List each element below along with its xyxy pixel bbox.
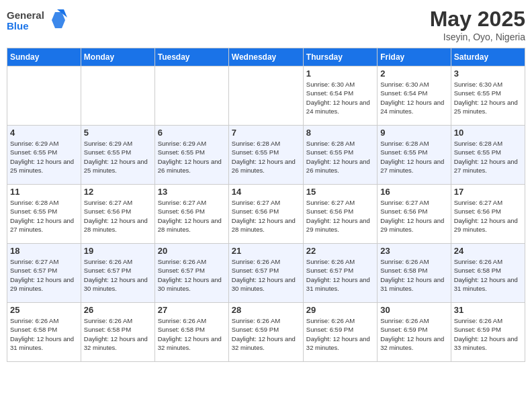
calendar-day-cell <box>154 66 228 126</box>
day-number: 22 <box>306 246 374 256</box>
day-info: Sunrise: 6:26 AM Sunset: 6:58 PM Dayligh… <box>158 316 226 352</box>
day-info: Sunrise: 6:26 AM Sunset: 6:57 PM Dayligh… <box>232 257 300 293</box>
day-number: 19 <box>84 246 152 256</box>
svg-marker-2 <box>52 12 65 28</box>
header-wednesday: Wednesday <box>228 48 303 66</box>
day-info: Sunrise: 6:27 AM Sunset: 6:57 PM Dayligh… <box>10 257 78 293</box>
day-number: 18 <box>10 246 78 256</box>
header-sunday: Sunday <box>7 48 81 66</box>
calendar-header-row: Sunday Monday Tuesday Wednesday Thursday… <box>7 48 525 66</box>
calendar-day-cell: 17Sunrise: 6:27 AM Sunset: 6:56 PM Dayli… <box>451 185 525 244</box>
header-thursday: Thursday <box>303 48 377 66</box>
calendar-day-cell: 30Sunrise: 6:26 AM Sunset: 6:59 PM Dayli… <box>378 303 451 362</box>
day-info: Sunrise: 6:28 AM Sunset: 6:55 PM Dayligh… <box>10 198 78 234</box>
calendar-day-cell: 19Sunrise: 6:26 AM Sunset: 6:57 PM Dayli… <box>81 244 154 303</box>
day-info: Sunrise: 6:26 AM Sunset: 6:58 PM Dayligh… <box>84 316 152 352</box>
calendar-day-cell <box>81 66 154 126</box>
day-info: Sunrise: 6:26 AM Sunset: 6:58 PM Dayligh… <box>454 257 522 293</box>
day-number: 7 <box>232 128 300 138</box>
day-number: 8 <box>306 128 374 138</box>
day-info: Sunrise: 6:28 AM Sunset: 6:55 PM Dayligh… <box>380 139 447 175</box>
day-info: Sunrise: 6:30 AM Sunset: 6:54 PM Dayligh… <box>380 80 447 116</box>
calendar-week-row: 4Sunrise: 6:29 AM Sunset: 6:55 PM Daylig… <box>7 126 525 185</box>
day-info: Sunrise: 6:26 AM Sunset: 6:59 PM Dayligh… <box>306 316 374 352</box>
day-info: Sunrise: 6:27 AM Sunset: 6:56 PM Dayligh… <box>454 198 522 234</box>
calendar-week-row: 25Sunrise: 6:26 AM Sunset: 6:58 PM Dayli… <box>7 303 525 362</box>
day-number: 9 <box>380 128 447 138</box>
calendar-week-row: 18Sunrise: 6:27 AM Sunset: 6:57 PM Dayli… <box>7 244 525 303</box>
svg-text:Blue: Blue <box>7 20 29 32</box>
header-tuesday: Tuesday <box>154 48 228 66</box>
day-number: 23 <box>380 246 447 256</box>
calendar-day-cell: 14Sunrise: 6:27 AM Sunset: 6:56 PM Dayli… <box>228 185 303 244</box>
header-saturday: Saturday <box>451 48 525 66</box>
calendar-day-cell: 10Sunrise: 6:28 AM Sunset: 6:55 PM Dayli… <box>451 126 525 185</box>
day-number: 24 <box>454 246 522 256</box>
day-number: 17 <box>454 187 522 197</box>
calendar-day-cell: 7Sunrise: 6:28 AM Sunset: 6:55 PM Daylig… <box>228 126 303 185</box>
day-info: Sunrise: 6:30 AM Sunset: 6:54 PM Dayligh… <box>306 80 374 116</box>
day-info: Sunrise: 6:27 AM Sunset: 6:56 PM Dayligh… <box>306 198 374 234</box>
day-info: Sunrise: 6:29 AM Sunset: 6:55 PM Dayligh… <box>84 139 152 175</box>
calendar-day-cell: 27Sunrise: 6:26 AM Sunset: 6:58 PM Dayli… <box>154 303 228 362</box>
calendar-day-cell: 25Sunrise: 6:26 AM Sunset: 6:58 PM Dayli… <box>7 303 81 362</box>
calendar-day-cell: 20Sunrise: 6:26 AM Sunset: 6:57 PM Dayli… <box>154 244 228 303</box>
calendar-day-cell: 9Sunrise: 6:28 AM Sunset: 6:55 PM Daylig… <box>378 126 451 185</box>
calendar-day-cell: 15Sunrise: 6:27 AM Sunset: 6:56 PM Dayli… <box>303 185 377 244</box>
day-info: Sunrise: 6:26 AM Sunset: 6:59 PM Dayligh… <box>232 316 300 352</box>
day-info: Sunrise: 6:26 AM Sunset: 6:59 PM Dayligh… <box>454 316 522 352</box>
day-number: 4 <box>10 128 78 138</box>
calendar-day-cell: 26Sunrise: 6:26 AM Sunset: 6:58 PM Dayli… <box>81 303 154 362</box>
page: General Blue May 2025 Iseyin, Oyo, Niger… <box>0 0 532 411</box>
title-section: May 2025 Iseyin, Oyo, Nigeria <box>430 7 525 42</box>
day-number: 15 <box>306 187 374 197</box>
calendar-day-cell: 13Sunrise: 6:27 AM Sunset: 6:56 PM Dayli… <box>154 185 228 244</box>
logo-text: General Blue <box>7 7 67 36</box>
subtitle: Iseyin, Oyo, Nigeria <box>430 32 525 42</box>
logo: General Blue <box>7 7 67 36</box>
day-number: 26 <box>84 305 152 315</box>
calendar-day-cell: 5Sunrise: 6:29 AM Sunset: 6:55 PM Daylig… <box>81 126 154 185</box>
day-number: 13 <box>158 187 226 197</box>
header-monday: Monday <box>81 48 154 66</box>
day-number: 2 <box>380 68 447 79</box>
day-number: 1 <box>306 68 374 79</box>
calendar-day-cell: 29Sunrise: 6:26 AM Sunset: 6:59 PM Dayli… <box>303 303 377 362</box>
header: General Blue May 2025 Iseyin, Oyo, Niger… <box>7 7 525 42</box>
day-info: Sunrise: 6:26 AM Sunset: 6:57 PM Dayligh… <box>84 257 152 293</box>
calendar-day-cell: 8Sunrise: 6:28 AM Sunset: 6:55 PM Daylig… <box>303 126 377 185</box>
calendar-day-cell: 18Sunrise: 6:27 AM Sunset: 6:57 PM Dayli… <box>7 244 81 303</box>
day-info: Sunrise: 6:26 AM Sunset: 6:57 PM Dayligh… <box>158 257 226 293</box>
calendar-day-cell: 12Sunrise: 6:27 AM Sunset: 6:56 PM Dayli… <box>81 185 154 244</box>
day-info: Sunrise: 6:26 AM Sunset: 6:57 PM Dayligh… <box>306 257 374 293</box>
day-info: Sunrise: 6:30 AM Sunset: 6:55 PM Dayligh… <box>454 80 522 116</box>
day-number: 20 <box>158 246 226 256</box>
calendar-day-cell: 16Sunrise: 6:27 AM Sunset: 6:56 PM Dayli… <box>378 185 451 244</box>
day-info: Sunrise: 6:29 AM Sunset: 6:55 PM Dayligh… <box>158 139 226 175</box>
day-number: 28 <box>232 305 300 315</box>
calendar-week-row: 1Sunrise: 6:30 AM Sunset: 6:54 PM Daylig… <box>7 66 525 126</box>
day-info: Sunrise: 6:28 AM Sunset: 6:55 PM Dayligh… <box>454 139 522 175</box>
calendar-day-cell: 21Sunrise: 6:26 AM Sunset: 6:57 PM Dayli… <box>228 244 303 303</box>
day-number: 11 <box>10 187 78 197</box>
day-number: 29 <box>306 305 374 315</box>
day-number: 12 <box>84 187 152 197</box>
header-friday: Friday <box>378 48 451 66</box>
calendar-day-cell: 31Sunrise: 6:26 AM Sunset: 6:59 PM Dayli… <box>451 303 525 362</box>
calendar-day-cell: 2Sunrise: 6:30 AM Sunset: 6:54 PM Daylig… <box>378 66 451 126</box>
calendar-day-cell: 28Sunrise: 6:26 AM Sunset: 6:59 PM Dayli… <box>228 303 303 362</box>
calendar-table: Sunday Monday Tuesday Wednesday Thursday… <box>7 48 525 362</box>
day-number: 10 <box>454 128 522 138</box>
calendar-day-cell <box>7 66 81 126</box>
day-number: 30 <box>380 305 447 315</box>
main-title: May 2025 <box>430 7 525 32</box>
day-number: 3 <box>454 68 522 79</box>
calendar-day-cell: 4Sunrise: 6:29 AM Sunset: 6:55 PM Daylig… <box>7 126 81 185</box>
day-info: Sunrise: 6:27 AM Sunset: 6:56 PM Dayligh… <box>158 198 226 234</box>
calendar-day-cell: 11Sunrise: 6:28 AM Sunset: 6:55 PM Dayli… <box>7 185 81 244</box>
day-info: Sunrise: 6:27 AM Sunset: 6:56 PM Dayligh… <box>232 198 300 234</box>
day-info: Sunrise: 6:28 AM Sunset: 6:55 PM Dayligh… <box>232 139 300 175</box>
calendar-day-cell: 23Sunrise: 6:26 AM Sunset: 6:58 PM Dayli… <box>378 244 451 303</box>
day-info: Sunrise: 6:26 AM Sunset: 6:58 PM Dayligh… <box>10 316 78 352</box>
day-info: Sunrise: 6:27 AM Sunset: 6:56 PM Dayligh… <box>84 198 152 234</box>
